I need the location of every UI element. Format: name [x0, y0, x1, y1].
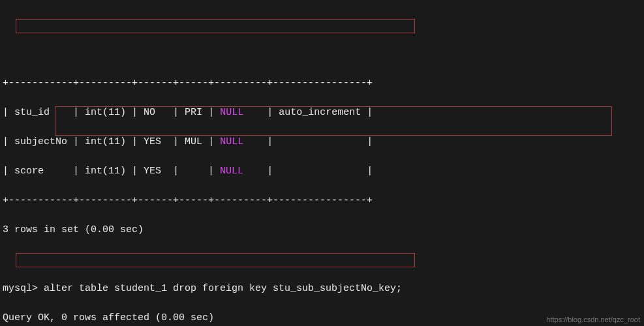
table-border: +-----------+---------+------+-----+----…: [3, 76, 641, 91]
terminal-output: +-----------+---------+------+-----+----…: [3, 61, 641, 326]
table-row: | score | int(11) | YES | | NULL | |: [3, 164, 641, 179]
highlight-row-1: [16, 19, 415, 33]
table-row: | subjectNo | int(11) | YES | MUL | NULL…: [3, 135, 641, 150]
table-border: +-----------+---------+------+-----+----…: [3, 194, 641, 209]
watermark: https://blog.csdn.net/qzc_root: [546, 314, 640, 325]
result-summary: 3 rows in set (0.00 sec): [3, 223, 641, 238]
query-result: Query OK, 0 rows affected (0.00 sec): [3, 311, 641, 326]
table-row: | stu_id | int(11) | NO | PRI | NULL | a…: [3, 106, 641, 121]
sql-command: mysql> alter table student_1 drop foreig…: [3, 282, 641, 297]
